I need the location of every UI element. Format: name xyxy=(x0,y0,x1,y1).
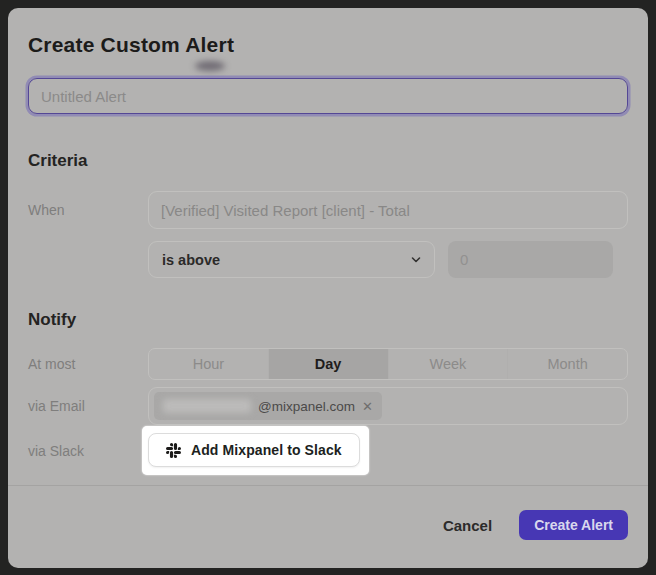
at-most-row: At most Hour Day Week Month xyxy=(28,348,628,380)
dialog-title: Create Custom Alert xyxy=(28,32,628,57)
condition-row: is above xyxy=(28,241,628,278)
remove-email-icon[interactable]: ✕ xyxy=(362,400,373,413)
via-slack-label: via Slack xyxy=(28,443,148,459)
tutorial-spotlight: Add Mixpanel to Slack xyxy=(142,426,369,475)
frequency-option-day[interactable]: Day xyxy=(268,349,388,379)
chevron-down-icon xyxy=(410,254,422,266)
cancel-button[interactable]: Cancel xyxy=(443,517,492,534)
email-recipients-field[interactable]: @mixpanel.com ✕ xyxy=(148,387,628,425)
condition-select[interactable]: is above xyxy=(148,241,435,278)
slack-button-label: Add Mixpanel to Slack xyxy=(191,442,342,458)
frequency-option-month[interactable]: Month xyxy=(507,349,627,379)
dimmed-page-backdrop: Create Custom Alert Criteria When is abo… xyxy=(0,0,656,575)
create-custom-alert-dialog: Create Custom Alert Criteria When is abo… xyxy=(8,8,648,568)
threshold-input[interactable] xyxy=(448,241,613,278)
via-email-row: via Email @mixpanel.com ✕ xyxy=(28,387,628,425)
create-alert-button[interactable]: Create Alert xyxy=(519,510,628,540)
notify-heading: Notify xyxy=(28,310,628,330)
metric-input[interactable] xyxy=(148,191,628,229)
at-most-label: At most xyxy=(28,356,148,372)
when-row: When xyxy=(28,191,628,229)
criteria-heading: Criteria xyxy=(28,151,628,171)
frequency-option-hour[interactable]: Hour xyxy=(149,349,268,379)
frequency-segmented-control: Hour Day Week Month xyxy=(148,348,628,380)
via-email-label: via Email xyxy=(28,398,148,414)
email-domain-text: @mixpanel.com xyxy=(258,399,355,414)
add-mixpanel-to-slack-button[interactable]: Add Mixpanel to Slack xyxy=(148,433,360,467)
email-chip: @mixpanel.com ✕ xyxy=(154,392,382,420)
email-redacted-username xyxy=(163,399,251,413)
alert-name-input[interactable] xyxy=(28,78,628,114)
slack-field: Add Mixpanel to Slack xyxy=(148,426,628,475)
condition-selected-value: is above xyxy=(162,252,220,268)
dialog-footer: Cancel Create Alert xyxy=(28,486,628,564)
cursor-smudge-artifact xyxy=(195,61,225,71)
frequency-option-week[interactable]: Week xyxy=(388,349,508,379)
when-label: When xyxy=(28,202,148,218)
via-slack-row: via Slack Add Mixpanel to Slack xyxy=(28,426,628,475)
slack-icon xyxy=(166,443,181,458)
